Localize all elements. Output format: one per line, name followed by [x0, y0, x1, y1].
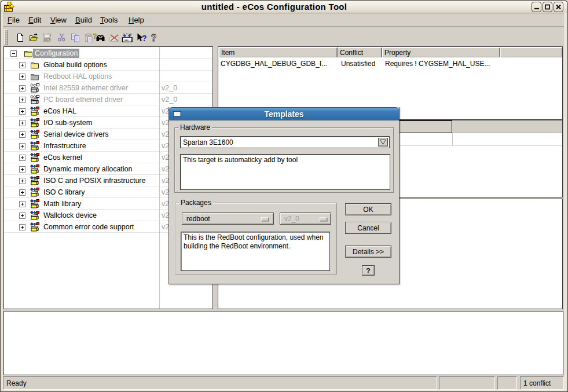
- svg-text:?: ?: [151, 33, 157, 42]
- svg-text:?: ?: [93, 33, 97, 41]
- svg-text:?: ?: [142, 34, 147, 42]
